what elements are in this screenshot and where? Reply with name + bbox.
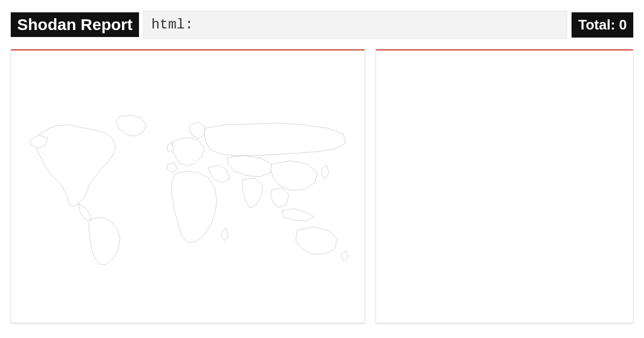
search-input[interactable] <box>143 11 567 39</box>
map-panel <box>11 49 365 323</box>
content-area <box>0 49 644 334</box>
results-panel <box>376 49 633 323</box>
brand-label: Shodan Report <box>11 12 139 37</box>
header: Shodan Report Total: 0 <box>0 0 644 49</box>
world-map <box>17 101 359 272</box>
total-badge: Total: 0 <box>572 12 633 38</box>
